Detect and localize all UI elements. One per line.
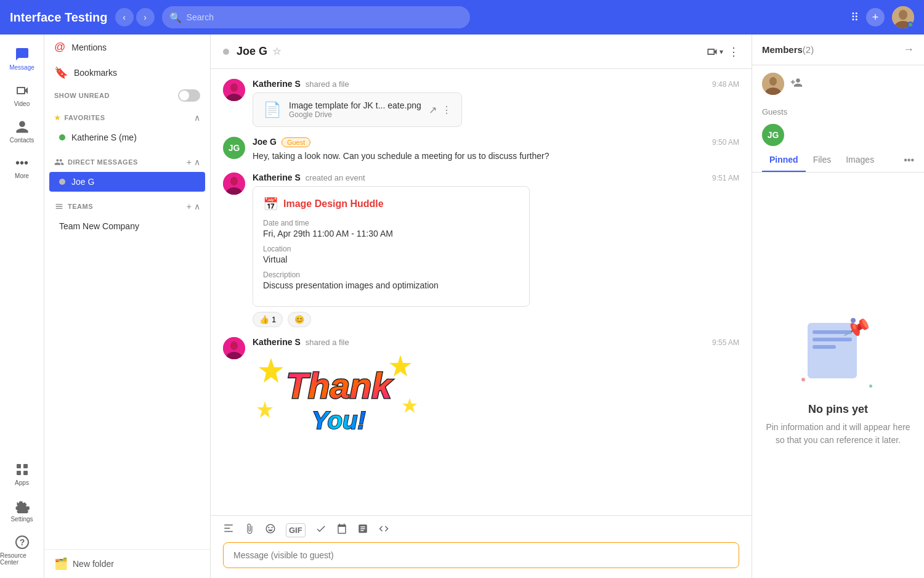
file-source-1: Google Drive xyxy=(289,110,421,119)
forward-button[interactable]: › xyxy=(136,8,155,26)
attachment-button[interactable] xyxy=(244,523,255,537)
tab-images[interactable]: Images xyxy=(838,149,881,172)
search-input[interactable] xyxy=(187,12,463,22)
team-new-company[interactable]: Team New Company xyxy=(49,216,205,236)
sidebar-item-more[interactable]: ••• More xyxy=(0,150,44,185)
event-location-field: Location Virtual xyxy=(263,245,519,264)
code-button[interactable] xyxy=(378,523,389,537)
bookmarks-item[interactable]: 🔖 Bookmarks xyxy=(44,60,210,86)
pin-dot-3 xyxy=(869,385,872,388)
search-icon: 🔍 xyxy=(169,12,182,23)
search-bar[interactable]: 🔍 xyxy=(162,6,470,28)
emoji-button[interactable] xyxy=(265,523,276,537)
dm-icon xyxy=(54,157,64,167)
svg-point-27 xyxy=(769,77,777,86)
teams-collapse-button[interactable]: ∧ xyxy=(194,201,200,211)
message-label: Message xyxy=(9,64,34,71)
main-content: Message Video Contacts ••• More Apps Set… xyxy=(0,35,924,578)
resource-center-label: Resource Center xyxy=(0,552,44,566)
mentions-label: Mentions xyxy=(71,43,107,52)
file-info-1: Image template for JK t... eate.png Goog… xyxy=(289,100,421,119)
chat-input-area: GIF xyxy=(211,515,752,578)
chat-area: Joe G ☆ ▾ ⋮ Katherine S xyxy=(211,35,752,578)
emoji-reaction[interactable]: 😊 xyxy=(288,312,311,327)
online-dot xyxy=(59,134,65,140)
members-list xyxy=(752,65,924,102)
favorites-katherine[interactable]: Katherine S (me) xyxy=(49,128,205,147)
favorites-collapse-button[interactable]: ∧ xyxy=(194,113,200,123)
svg-point-13 xyxy=(230,177,238,185)
mentions-item[interactable]: @ Mentions xyxy=(44,35,210,60)
message-3-header: Katherine S created an event 9:51 AM xyxy=(253,173,739,182)
calendar-button[interactable] xyxy=(336,523,347,537)
favorites-section-header: ★ FAVORITES ∧ xyxy=(44,108,210,128)
event-desc-value: Discuss presentation images and optimiza… xyxy=(263,280,519,290)
grid-icon[interactable]: ⠿ xyxy=(851,10,859,24)
mentions-icon: @ xyxy=(54,41,65,54)
add-member-button[interactable] xyxy=(790,76,803,92)
sidebar-item-contacts[interactable]: Contacts xyxy=(0,113,44,150)
tab-pinned[interactable]: Pinned xyxy=(762,149,806,172)
teams-label: TEAMS xyxy=(68,203,93,210)
message-1-content: Katherine S shared a file 9:48 AM 📄 Imag… xyxy=(253,79,739,127)
action-katherine-3: shared a file xyxy=(306,338,349,347)
bookmarks-label: Bookmarks xyxy=(74,68,117,78)
sidebar-item-video[interactable]: Video xyxy=(0,77,44,113)
show-unread-toggle-row: SHOW UNREAD xyxy=(44,86,210,108)
panel-close-button[interactable]: → xyxy=(903,43,914,56)
svg-marker-18 xyxy=(259,358,283,383)
dm-add-button[interactable]: + xyxy=(187,157,192,167)
dm-joe-g[interactable]: Joe G xyxy=(49,172,205,192)
dm-collapse-button[interactable]: ∧ xyxy=(194,157,200,167)
dm-joe-g-label: Joe G xyxy=(71,177,94,187)
thumbs-up-reaction[interactable]: 👍 1 xyxy=(253,312,283,327)
message-3-content: Katherine S created an event 9:51 AM 📅 I… xyxy=(253,173,739,327)
sidebar-item-apps[interactable]: Apps xyxy=(0,456,44,492)
video-call-button[interactable]: ▾ xyxy=(706,46,723,58)
teams-actions: + ∧ xyxy=(187,201,200,211)
katherine-avatar-1 xyxy=(223,79,245,101)
teams-add-button[interactable]: + xyxy=(187,201,192,211)
sidebar-item-resource-center[interactable]: ? Resource Center xyxy=(0,529,44,572)
new-folder-item[interactable]: 🗂️ New folder xyxy=(44,549,210,578)
event-date-value: Fri, Apr 29th 11:00 AM - 11:30 AM xyxy=(263,229,519,238)
chat-input-field[interactable] xyxy=(223,542,739,568)
add-button[interactable]: + xyxy=(866,8,885,26)
show-unread-toggle[interactable] xyxy=(178,89,200,102)
doc-line-3 xyxy=(813,345,836,349)
team-new-company-label: Team New Company xyxy=(59,221,139,231)
user-avatar-wrap[interactable] xyxy=(892,6,914,28)
pin-dot-2 xyxy=(801,378,805,381)
gif-button[interactable]: GIF xyxy=(286,523,306,537)
back-button[interactable]: ‹ xyxy=(115,8,134,26)
video-label: Video xyxy=(14,100,30,107)
sidebar-item-settings[interactable]: Settings xyxy=(0,492,44,529)
favorites-label: FAVORITES xyxy=(65,114,105,121)
star-icon[interactable]: ☆ xyxy=(272,46,281,57)
sidebar-item-message[interactable]: Message xyxy=(0,41,44,77)
chat-header: Joe G ☆ ▾ ⋮ xyxy=(211,35,752,69)
task-button[interactable] xyxy=(315,523,326,537)
panel-tabs-more-button[interactable]: ••• xyxy=(904,155,914,166)
reactions-row: 👍 1 😊 xyxy=(253,312,739,327)
event-location-label: Location xyxy=(263,245,519,253)
teams-icon xyxy=(54,201,64,211)
right-panel-header: Members (2) → xyxy=(752,35,924,65)
message-group-2: JG Joe G Guest 9:50 AM Hey, taking a loo… xyxy=(223,137,739,163)
message-2-content: Joe G Guest 9:50 AM Hey, taking a look n… xyxy=(253,137,739,163)
file-more-icon[interactable]: ⋮ xyxy=(442,104,452,116)
external-link-icon[interactable]: ↗ xyxy=(429,104,437,116)
header-right: ⠿ + xyxy=(851,6,914,28)
direct-messages-header: DIRECT MESSAGES + ∧ xyxy=(44,152,210,172)
more-options-button[interactable]: ⋮ xyxy=(728,45,739,59)
members-title: Members xyxy=(762,44,803,55)
text-format-button[interactable] xyxy=(223,523,234,537)
notes-button[interactable] xyxy=(357,523,368,537)
tab-files[interactable]: Files xyxy=(806,149,839,172)
user-status-dot xyxy=(223,49,229,55)
action-katherine-2: created an event xyxy=(306,173,365,182)
time-1: 9:48 AM xyxy=(712,80,739,89)
event-title: 📅 Image Design Huddle xyxy=(263,197,519,211)
video-chevron-icon[interactable]: ▾ xyxy=(719,47,723,56)
file-card-1: 📄 Image template for JK t... eate.png Go… xyxy=(253,92,462,127)
